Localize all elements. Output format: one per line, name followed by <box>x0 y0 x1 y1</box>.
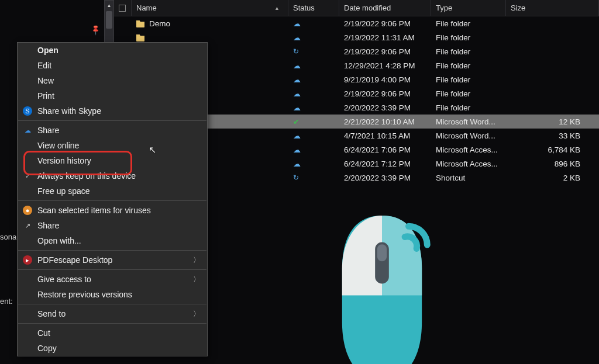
separator <box>18 323 206 324</box>
header-status[interactable]: Status <box>288 0 339 16</box>
ctx-cut[interactable]: Cut <box>18 325 207 341</box>
svg-rect-0 <box>119 5 126 11</box>
header-checkbox-col[interactable] <box>114 0 132 16</box>
file-date-cell: 2/19/2022 9:06 PM <box>339 47 431 56</box>
separator <box>18 250 206 251</box>
cloud-status-icon: ☁ <box>293 103 301 112</box>
mouse-illustration <box>326 210 438 364</box>
context-menu: Open Edit New Print SShare with Skype ☁S… <box>17 42 208 356</box>
file-type-cell: Microsoft Acces... <box>431 145 506 154</box>
cloud-status-icon: ☁ <box>293 160 301 168</box>
file-status-cell: ☁ <box>288 19 339 28</box>
cloud-status-icon: ☁ <box>293 61 301 70</box>
ctx-copy[interactable]: Copy <box>18 341 207 356</box>
ctx-edit[interactable]: Edit <box>18 58 207 73</box>
submenu-arrow-icon: 〉 <box>193 309 200 319</box>
cloud-status-icon: ☁ <box>293 89 301 98</box>
header-size[interactable]: Size <box>506 0 599 16</box>
file-status-cell: ☁ <box>288 131 339 140</box>
sidebar-fragment: sona ent: <box>0 0 18 364</box>
file-status-cell: ☁ <box>288 160 339 168</box>
submenu-arrow-icon: 〉 <box>193 255 200 265</box>
ctx-restore-prev[interactable]: Restore previous versions <box>18 287 207 302</box>
cloud-status-icon: ☁ <box>293 19 301 28</box>
file-date-cell: 9/21/2019 4:00 PM <box>339 75 431 84</box>
file-size-cell: 2 KB <box>506 174 599 182</box>
ctx-send-to[interactable]: Send to〉 <box>18 306 207 321</box>
ctx-pdfescape[interactable]: ▸PDFescape Desktop〉 <box>18 252 207 268</box>
file-type-cell: Microsoft Word... <box>431 131 506 140</box>
ctx-free-up[interactable]: Free up space <box>18 183 207 199</box>
separator <box>18 269 206 270</box>
sync-status-icon: ↻ <box>293 47 299 56</box>
file-status-cell: ☁ <box>288 75 339 84</box>
ctx-open-with[interactable]: Open with... <box>18 233 207 248</box>
scroll-up-arrow[interactable]: ▲ <box>105 1 113 10</box>
pdfescape-icon: ▸ <box>23 255 32 265</box>
file-date-cell: 6/24/2021 7:12 PM <box>339 160 431 168</box>
header-type[interactable]: Type <box>431 0 506 16</box>
ctx-version-history[interactable]: Version history <box>18 153 207 168</box>
file-name-cell[interactable]: Demo <box>132 19 288 28</box>
file-status-cell: ✔ <box>288 117 339 126</box>
file-row[interactable]: Demo☁2/19/2022 9:06 PMFile folder <box>114 16 599 30</box>
file-size-cell: 6,784 KB <box>506 145 599 154</box>
separator <box>18 200 206 201</box>
scroll-thumb[interactable] <box>106 11 112 29</box>
synced-status-icon: ✔ <box>293 117 300 126</box>
ctx-new[interactable]: New <box>18 73 207 88</box>
file-status-cell: ☁ <box>288 89 339 98</box>
file-type-cell: File folder <box>431 47 506 56</box>
file-date-cell: 2/20/2022 3:39 PM <box>339 103 431 112</box>
ctx-share2[interactable]: ↗Share <box>18 218 207 233</box>
file-date-cell: 2/19/2022 9:06 PM <box>339 19 431 28</box>
cloud-status-icon: ☁ <box>293 33 301 42</box>
ctx-give-access[interactable]: Give access to〉 <box>18 272 207 287</box>
separator <box>18 120 206 121</box>
file-date-cell: 6/24/2021 7:06 PM <box>339 145 431 154</box>
file-name-cell[interactable] <box>132 33 288 41</box>
cloud-status-icon: ☁ <box>293 75 301 84</box>
file-date-cell: 4/7/2021 10:15 AM <box>339 131 431 140</box>
ctx-share-skype[interactable]: SShare with Skype <box>18 103 207 119</box>
file-size-cell: 33 KB <box>506 131 599 140</box>
file-date-cell: 2/20/2022 3:39 PM <box>339 174 431 182</box>
ctx-print[interactable]: Print <box>18 88 207 103</box>
file-type-cell: File folder <box>431 19 506 28</box>
pin-icon: 📌 <box>89 24 102 36</box>
file-date-cell: 2/19/2022 9:06 PM <box>339 89 431 98</box>
file-type-cell: File folder <box>431 89 506 98</box>
header-name[interactable]: Name ▲ <box>132 0 288 16</box>
folder-icon <box>136 33 144 41</box>
ctx-share[interactable]: ☁Share <box>18 123 207 138</box>
sync-status-icon: ↻ <box>293 174 299 182</box>
skype-icon: S <box>23 106 32 116</box>
file-date-cell: 12/29/2021 4:28 PM <box>339 61 431 70</box>
ctx-open[interactable]: Open <box>18 43 207 58</box>
file-name-label: Demo <box>149 19 170 28</box>
file-date-cell: 2/21/2022 10:10 AM <box>339 117 431 126</box>
cloud-icon: ☁ <box>23 126 32 135</box>
checkbox-icon <box>119 5 126 12</box>
file-size-cell: 12 KB <box>506 117 599 126</box>
file-date-cell: 2/19/2022 11:31 AM <box>339 33 431 42</box>
file-status-cell: ☁ <box>288 103 339 112</box>
ctx-scan-virus[interactable]: ●Scan selected items for viruses <box>18 203 207 218</box>
file-status-cell: ↻ <box>288 47 339 56</box>
file-type-cell: Microsoft Word... <box>431 117 506 126</box>
file-type-cell: File folder <box>431 75 506 84</box>
folder-icon <box>136 19 144 27</box>
file-type-cell: Microsoft Acces... <box>431 160 506 168</box>
header-date[interactable]: Date modified <box>339 0 431 16</box>
file-type-cell: File folder <box>431 33 506 42</box>
shield-icon: ● <box>23 206 32 215</box>
svg-rect-2 <box>377 244 387 261</box>
separator <box>18 304 206 304</box>
file-status-cell: ↻ <box>288 174 339 182</box>
column-headers: Name ▲ Status Date modified Type Size <box>114 0 599 16</box>
submenu-arrow-icon: 〉 <box>193 275 200 285</box>
file-status-cell: ☁ <box>288 61 339 70</box>
ctx-always-keep[interactable]: ✓Always keep on this device <box>18 168 207 183</box>
ctx-view-online[interactable]: View online <box>18 138 207 153</box>
file-type-cell: Shortcut <box>431 174 506 182</box>
